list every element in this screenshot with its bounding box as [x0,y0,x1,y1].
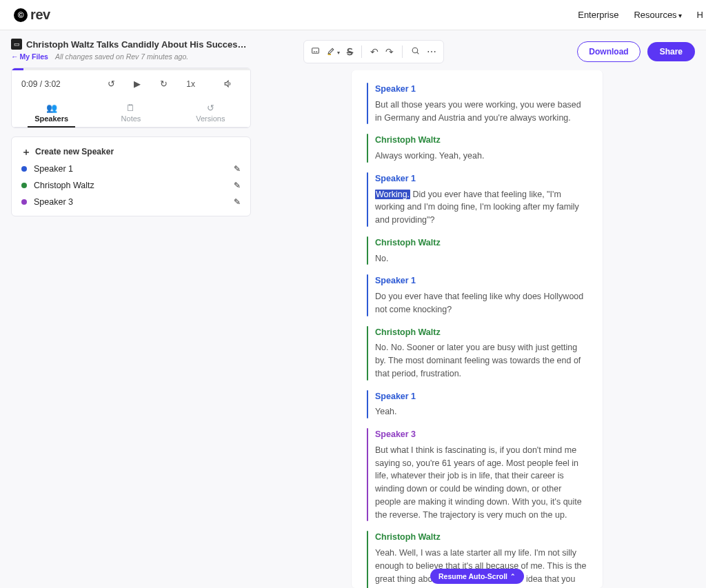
turn-text[interactable]: No. [375,252,587,265]
turn-color-bar [367,274,368,316]
transcript-turn[interactable]: Speaker 1Working. Did you ever have that… [367,172,587,227]
turn-speaker-label[interactable]: Christoph Waltz [375,134,587,147]
transcript-turn[interactable]: Speaker 1But all those years you were wo… [367,83,587,124]
nav-extra[interactable]: H [697,10,703,20]
speaker-name: Christoph Waltz [34,181,234,190]
editor-toolbox: ▾ S̶ ↶ ↷ ⋯ [303,40,444,63]
center-column: ▾ S̶ ↶ ↷ ⋯ Download Share Speaker 1But a… [262,30,706,588]
turn-body: Speaker 3But what I think is fascinating… [375,428,587,521]
save-status: All changes saved on Rev 7 minutes ago. [55,52,188,61]
speakers-icon: 👥 [12,103,91,113]
turn-text[interactable]: Always working. Yeah, yeah. [375,150,587,163]
turn-body: Christoph WaltzNo. [375,236,587,265]
volume-button[interactable] [217,79,238,88]
redo-button[interactable]: ↷ [385,46,394,57]
share-button[interactable]: Share [647,42,695,61]
turn-speaker-label[interactable]: Speaker 1 [375,390,587,403]
turn-color-bar [367,531,368,588]
highlighted-word: Working. [375,190,410,199]
undo-button[interactable]: ↶ [370,46,379,57]
turn-speaker-label[interactable]: Christoph Waltz [375,326,587,339]
resume-autoscroll-button[interactable]: Resume Auto-Scroll ⌃ [430,569,524,584]
nav-resources[interactable]: Resources▾ [634,10,681,20]
chevron-down-icon: ▾ [337,50,340,56]
turn-body: Christoph WaltzAlways working. Yeah, yea… [375,134,587,163]
transcript-file-icon: ▭ [11,39,22,50]
progress-bar[interactable] [12,68,250,70]
toolbar-separator [361,45,362,58]
playback-speed[interactable]: 1x [186,79,195,89]
turn-speaker-label[interactable]: Speaker 1 [375,172,587,185]
turn-text[interactable]: But all those years you were working, yo… [375,99,587,125]
logo-icon: © [14,8,28,22]
speaker-name: Speaker 3 [34,197,234,207]
transcript-turn[interactable]: Speaker 1Do you ever have that feeling l… [367,274,587,316]
forward-button[interactable]: ↻ [153,79,174,89]
turn-speaker-label[interactable]: Christoph Waltz [375,236,587,250]
file-title: Christoph Waltz Talks Candidly About His… [26,39,251,50]
turn-text[interactable]: But what I think is fascinating is, if y… [375,444,587,522]
versions-icon: ↺ [171,103,250,113]
edit-speaker-icon[interactable]: ✎ [234,164,241,174]
file-subheader: ←My Files All changes saved on Rev 7 min… [11,52,251,61]
tab-versions[interactable]: ↺ Versions [171,97,250,127]
chevron-up-icon: ⌃ [510,573,516,580]
back-arrow-icon: ← [11,52,19,61]
turn-text[interactable]: Yeah. [375,405,587,418]
speaker-row[interactable]: Christoph Waltz✎ [19,177,243,194]
transcript-turn[interactable]: Speaker 3But what I think is fascinating… [367,428,587,521]
more-tool-icon[interactable]: ⋯ [427,46,436,57]
tab-speakers[interactable]: 👥 Speakers [12,97,91,127]
speaker-color-dot [21,183,27,188]
turn-text[interactable]: No. No. Sooner or later you are busy wit… [375,341,587,380]
turn-color-bar [367,83,368,124]
create-speaker-button[interactable]: ＋ Create new Speaker [19,143,243,161]
edit-speaker-icon[interactable]: ✎ [234,181,241,190]
turn-body: Speaker 1But all those years you were wo… [375,83,587,124]
editor-toolbar-row: ▾ S̶ ↶ ↷ ⋯ Download Share [262,30,706,70]
transcript-panel[interactable]: Speaker 1But all those years you were wo… [351,70,603,588]
turn-color-bar [367,236,368,265]
turn-body: Speaker 1Yeah. [375,390,587,419]
turn-color-bar [367,172,368,227]
search-tool-icon[interactable] [411,46,420,57]
chevron-down-icon: ▾ [678,12,682,19]
speaker-row[interactable]: Speaker 1✎ [19,161,243,177]
turn-speaker-label[interactable]: Speaker 1 [375,274,587,287]
caption-tool-icon[interactable] [311,46,320,57]
tab-notes[interactable]: 🗒 Notes [91,97,170,127]
highlight-tool-icon[interactable]: ▾ [327,46,340,57]
transcript-turn[interactable]: Christoph WaltzAlways working. Yeah, yea… [367,134,587,163]
nav-enterprise[interactable]: Enterprise [578,10,618,20]
edit-speaker-icon[interactable]: ✎ [234,197,241,207]
turn-body: Speaker 1Do you ever have that feeling l… [375,274,587,316]
file-header: ▭ Christoph Waltz Talks Candidly About H… [11,39,251,50]
speaker-row[interactable]: Speaker 3✎ [19,194,243,210]
plus-icon: ＋ [21,147,31,156]
turn-body: Christoph WaltzNo. No. Sooner or later y… [375,326,587,381]
player-card: 0:09 / 3:02 ↺ ▶ ↻ 1x 👥 Speakers 🗒 Notes [11,68,251,128]
brand-logo[interactable]: © rev [14,7,50,23]
transcript-turn[interactable]: Christoph WaltzNo. [367,236,587,265]
turn-text[interactable]: Do you ever have that feeling like why d… [375,290,587,316]
svg-rect-0 [312,48,319,54]
turn-speaker-label[interactable]: Speaker 1 [375,83,587,96]
player-controls: 0:09 / 3:02 ↺ ▶ ↻ 1x [12,70,250,97]
my-files-link[interactable]: ←My Files [11,52,48,61]
turn-body: Speaker 1Working. Did you ever have that… [375,172,587,227]
download-button[interactable]: Download [577,41,640,62]
rewind-button[interactable]: ↺ [101,79,121,89]
turn-speaker-label[interactable]: Christoph Waltz [375,531,587,544]
turn-speaker-label[interactable]: Speaker 3 [375,428,587,441]
transcript-turn[interactable]: Christoph WaltzNo. No. Sooner or later y… [367,326,587,381]
turn-color-bar [367,390,368,419]
play-button[interactable]: ▶ [127,79,148,89]
speaker-name: Speaker 1 [34,164,234,174]
svg-point-1 [412,48,418,53]
top-nav: © rev Enterprise Resources▾ H [0,0,706,30]
notes-icon: 🗒 [91,103,170,113]
turn-text[interactable]: Working. Did you ever have that feeling … [375,188,587,227]
transcript-turn[interactable]: Speaker 1Yeah. [367,390,587,419]
panel-tabs: 👥 Speakers 🗒 Notes ↺ Versions [12,97,250,128]
strikethrough-tool-icon[interactable]: S̶ [347,46,353,57]
